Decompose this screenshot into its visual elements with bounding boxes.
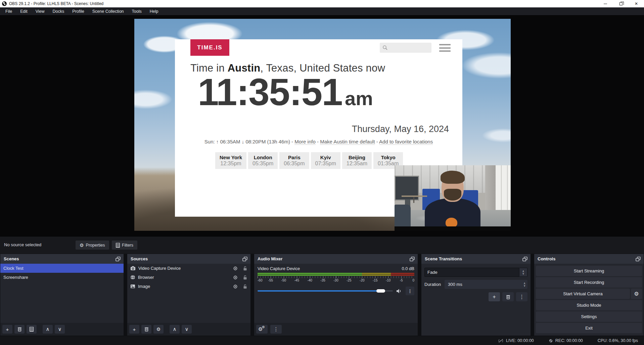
meter-tickmarks bbox=[258, 276, 414, 278]
menu-docks[interactable]: Docks bbox=[49, 8, 68, 15]
transition-select-spinner[interactable]: ∧∨ bbox=[519, 268, 527, 277]
move-source-up-button[interactable]: ∧ bbox=[170, 325, 180, 334]
studio-mode-button[interactable]: Studio Mode bbox=[536, 300, 642, 310]
timeis-clock: 11:35:51 am bbox=[198, 68, 373, 117]
menu-profile[interactable]: Profile bbox=[68, 8, 88, 15]
dock-area: Scenes Clock Test Screenshare + ∧ ∨ bbox=[0, 254, 644, 336]
transitions-title: Scene Transitions bbox=[425, 256, 462, 261]
filters-button[interactable]: Filters bbox=[112, 241, 137, 250]
source-item-video-capture[interactable]: Video Capture Device bbox=[127, 264, 250, 273]
minimize-button[interactable] bbox=[598, 0, 613, 7]
transition-properties-button[interactable]: ⋮ bbox=[516, 292, 527, 301]
sun-info: Sun: ↑ 06:35AM ↓ 08:20PM (13h 46m) - bbox=[204, 139, 294, 144]
preview-area[interactable]: TIME.IS Time in Austin, Texas, United St… bbox=[0, 15, 644, 236]
move-scene-down-button[interactable]: ∨ bbox=[55, 325, 65, 334]
move-scene-up-button[interactable]: ∧ bbox=[43, 325, 53, 334]
speaker-icon[interactable] bbox=[396, 289, 402, 294]
restore-icon bbox=[619, 2, 623, 5]
virtual-camera-row: Start Virtual Camera ⚙ bbox=[536, 289, 642, 299]
menu-bar: File Edit View Docks Profile Scene Colle… bbox=[0, 7, 644, 15]
transition-select[interactable]: Fade bbox=[424, 268, 519, 277]
popout-icon[interactable] bbox=[116, 257, 121, 261]
spin-down-icon[interactable]: ∨ bbox=[523, 285, 525, 287]
city-box: Kyiv 07:35pm bbox=[311, 152, 340, 169]
menu-scene-collection[interactable]: Scene Collection bbox=[88, 8, 128, 15]
virtual-camera-settings-button[interactable]: ⚙ bbox=[631, 289, 642, 299]
volume-row: ⋮ bbox=[258, 287, 414, 295]
remove-source-button[interactable] bbox=[141, 325, 151, 334]
clock-ampm: am bbox=[345, 87, 373, 110]
lock-icon[interactable] bbox=[243, 266, 247, 271]
duration-spinbox[interactable]: 300 ms ∧∨ bbox=[445, 280, 527, 289]
menu-edit[interactable]: Edit bbox=[16, 8, 32, 15]
properties-button[interactable]: ⚙ Properties bbox=[76, 241, 109, 250]
controls-dock: Controls Start Streaming Start Recording… bbox=[534, 254, 644, 336]
menu-file[interactable]: File bbox=[1, 8, 16, 15]
advanced-audio-button[interactable]: ⚙⚙ bbox=[256, 325, 268, 334]
remove-scene-button[interactable] bbox=[14, 325, 25, 334]
more-info-link: More info bbox=[294, 139, 316, 145]
maximize-button[interactable] bbox=[613, 0, 629, 7]
lock-icon[interactable] bbox=[243, 275, 247, 280]
close-button[interactable] bbox=[629, 0, 644, 7]
gear-icon: ⚙ bbox=[156, 327, 161, 332]
source-item-browser[interactable]: Browser bbox=[127, 273, 250, 282]
sources-list: Video Capture Device Browser Image bbox=[127, 264, 250, 323]
menu-view[interactable]: View bbox=[32, 8, 49, 15]
mixer-channel-row: Video Capture Device 0.0 dB bbox=[258, 266, 414, 271]
add-transition-button[interactable]: + bbox=[489, 292, 500, 301]
menu-tools[interactable]: Tools bbox=[128, 8, 146, 15]
window-controls bbox=[598, 0, 644, 7]
start-recording-button[interactable]: Start Recording bbox=[536, 277, 642, 288]
start-virtual-camera-button[interactable]: Start Virtual Camera bbox=[536, 289, 630, 299]
sun-sep: - bbox=[316, 139, 320, 144]
volume-meter bbox=[258, 273, 414, 276]
popout-icon[interactable] bbox=[410, 257, 415, 261]
mixer-channel-menu-button[interactable]: ⋮ bbox=[406, 287, 414, 295]
scenes-title: Scenes bbox=[4, 256, 19, 261]
meter-tick-labels: -60 -55 -50 -45 -40 -35 -30 -25 -20 -15 … bbox=[258, 278, 414, 283]
scenes-list: Clock Test Screenshare bbox=[0, 264, 124, 323]
move-source-down-button[interactable]: ∨ bbox=[182, 325, 192, 334]
gear-icon: ⚙ bbox=[634, 291, 639, 297]
rec-status: REC: 00:00:00 bbox=[549, 338, 583, 343]
make-default-link: Make Austin time default bbox=[320, 139, 375, 145]
volume-slider-handle[interactable] bbox=[376, 289, 385, 293]
visibility-eye-icon[interactable] bbox=[233, 266, 238, 270]
lock-icon[interactable] bbox=[243, 284, 247, 289]
source-item-image[interactable]: Image bbox=[127, 282, 250, 291]
scene-filters-button[interactable] bbox=[27, 325, 37, 334]
webcam-letterbox bbox=[395, 226, 511, 231]
controls-body: Start Streaming Start Recording Start Vi… bbox=[534, 264, 644, 336]
settings-button[interactable]: Settings bbox=[536, 311, 642, 322]
mixer-menu-button[interactable]: ⋮ bbox=[270, 325, 282, 334]
scene-item-screenshare[interactable]: Screenshare bbox=[0, 273, 124, 282]
record-inactive-icon bbox=[549, 339, 553, 343]
source-properties-button[interactable]: ⚙ bbox=[153, 325, 164, 334]
city-time: 05:35pm bbox=[252, 161, 273, 167]
properties-label: Properties bbox=[86, 243, 105, 248]
popout-icon[interactable] bbox=[636, 257, 641, 261]
add-scene-button[interactable]: + bbox=[2, 325, 12, 334]
popout-icon[interactable] bbox=[522, 257, 528, 261]
remove-transition-button[interactable] bbox=[502, 292, 514, 301]
webcam-chair bbox=[395, 205, 411, 229]
volume-slider[interactable] bbox=[258, 289, 393, 293]
tick-label: -35 bbox=[320, 278, 325, 282]
visibility-eye-icon[interactable] bbox=[233, 285, 238, 289]
scene-item-clock-test[interactable]: Clock Test bbox=[0, 264, 124, 273]
city-name: Kyiv bbox=[315, 155, 336, 160]
visibility-eye-icon[interactable] bbox=[233, 275, 238, 279]
tick-label: 0 bbox=[412, 278, 414, 282]
add-source-button[interactable]: + bbox=[129, 325, 139, 334]
city-time: 07:35pm bbox=[315, 161, 336, 167]
exit-button[interactable]: Exit bbox=[536, 323, 642, 333]
tick-label: -45 bbox=[294, 278, 299, 282]
program-canvas[interactable]: TIME.IS Time in Austin, Texas, United St… bbox=[134, 19, 511, 231]
timeis-search-input bbox=[380, 43, 431, 53]
menu-help[interactable]: Help bbox=[146, 8, 163, 15]
tick-label: -20 bbox=[360, 278, 364, 282]
audio-mixer-title: Audio Mixer bbox=[258, 256, 282, 261]
start-streaming-button[interactable]: Start Streaming bbox=[536, 266, 642, 276]
popout-icon[interactable] bbox=[242, 257, 248, 261]
